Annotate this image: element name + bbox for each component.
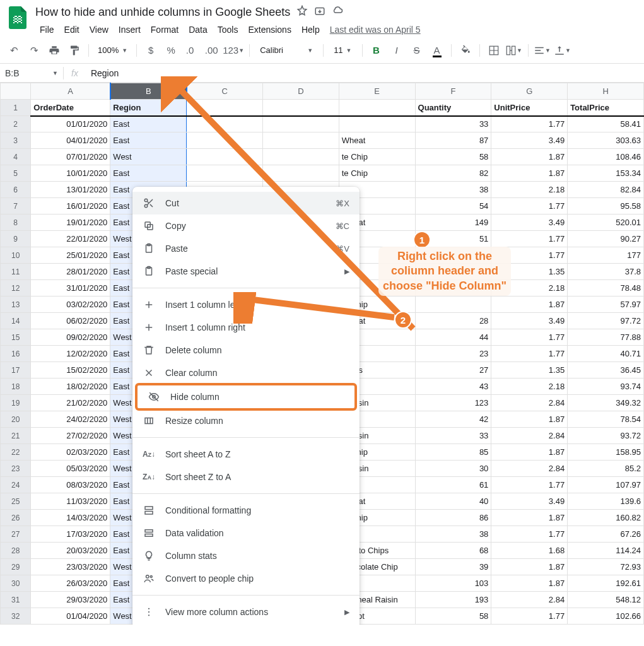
cell[interactable]: 28/01/2020: [31, 264, 110, 280]
row-header[interactable]: 10: [1, 247, 31, 264]
cell[interactable]: 1.77: [491, 346, 568, 362]
align-button[interactable]: ▼: [534, 42, 551, 59]
cell[interactable]: 68: [415, 543, 491, 559]
row-header[interactable]: 13: [1, 297, 31, 313]
cell[interactable]: 16/01/2020: [31, 198, 110, 214]
column-header-C[interactable]: C: [187, 83, 263, 100]
cell[interactable]: 13/01/2020: [31, 182, 110, 198]
menu-tools[interactable]: Tools: [213, 22, 243, 37]
cell[interactable]: [339, 116, 415, 132]
cell[interactable]: 520.01: [568, 214, 644, 231]
cell[interactable]: 18/02/2020: [31, 379, 110, 395]
valign-button[interactable]: ▼: [554, 42, 571, 59]
cell[interactable]: 95.58: [568, 198, 644, 214]
cell[interactable]: 38: [415, 182, 491, 198]
ctx-view-more-column-actions[interactable]: View more column actions▶: [132, 601, 360, 623]
cell[interactable]: [262, 149, 339, 165]
cell[interactable]: 303.63: [568, 132, 644, 149]
ctx-delete-column[interactable]: Delete column: [132, 339, 360, 361]
cell[interactable]: 01/01/2020: [31, 116, 110, 132]
cell[interactable]: 90.27: [568, 231, 644, 247]
cell[interactable]: West: [110, 149, 187, 165]
ctx-hide-column[interactable]: Hide column: [135, 383, 357, 411]
cell[interactable]: 21/02/2020: [31, 395, 110, 411]
cell[interactable]: 54: [415, 198, 491, 214]
cell[interactable]: 2.84: [491, 395, 568, 411]
row-header[interactable]: 9: [1, 231, 31, 247]
bold-button[interactable]: B: [368, 42, 385, 59]
cell[interactable]: 12/02/2020: [31, 346, 110, 362]
cell[interactable]: Wheat: [339, 132, 415, 149]
cloud-icon[interactable]: [332, 5, 343, 20]
row-header[interactable]: 24: [1, 477, 31, 493]
cell[interactable]: 1.77: [491, 608, 568, 625]
cell[interactable]: 04/01/2020: [31, 132, 110, 149]
cell[interactable]: [262, 100, 339, 116]
cell[interactable]: 19/01/2020: [31, 214, 110, 231]
cell[interactable]: 1.87: [491, 575, 568, 592]
cell[interactable]: 58: [415, 149, 491, 165]
cell[interactable]: 107.97: [568, 477, 644, 493]
select-all-corner[interactable]: [1, 83, 31, 100]
ctx-sort-sheet-z-to-a[interactable]: ZA↓Sort sheet Z to A: [132, 466, 360, 488]
cell[interactable]: [187, 132, 263, 149]
cell[interactable]: Quantity: [415, 100, 491, 116]
undo-button[interactable]: ↶: [5, 42, 23, 59]
cell[interactable]: [187, 165, 263, 182]
cell[interactable]: 1.87: [491, 510, 568, 526]
row-header[interactable]: 30: [1, 575, 31, 592]
cell[interactable]: 08/03/2020: [31, 477, 110, 493]
text-color-button[interactable]: A: [428, 42, 446, 59]
cell[interactable]: 23: [415, 346, 491, 362]
cell[interactable]: 40: [415, 493, 491, 510]
cell[interactable]: 23/03/2020: [31, 559, 110, 575]
cell[interactable]: 37.8: [568, 264, 644, 280]
cell[interactable]: 1.77: [491, 477, 568, 493]
cell[interactable]: 33: [415, 116, 491, 132]
sheets-logo-icon[interactable]: [5, 5, 30, 30]
cell[interactable]: 38: [415, 526, 491, 543]
column-header-G[interactable]: G: [491, 83, 568, 100]
row-header[interactable]: 25: [1, 493, 31, 510]
cell[interactable]: 43: [415, 379, 491, 395]
menu-extensions[interactable]: Extensions: [243, 22, 295, 37]
font-size-dropdown[interactable]: 11▼: [329, 45, 356, 55]
cell[interactable]: 1.87: [491, 165, 568, 182]
cell[interactable]: 2.18: [491, 379, 568, 395]
cell[interactable]: 1.87: [491, 149, 568, 165]
column-header-E[interactable]: E: [339, 83, 415, 100]
cell[interactable]: 192.61: [568, 575, 644, 592]
ctx-paste[interactable]: Paste⌘V: [132, 237, 360, 260]
cell[interactable]: 153.34: [568, 165, 644, 182]
cell[interactable]: 01/04/2020: [31, 608, 110, 625]
italic-button[interactable]: I: [388, 42, 406, 59]
column-header-A[interactable]: A: [31, 83, 110, 100]
cell[interactable]: 20/03/2020: [31, 543, 110, 559]
cell[interactable]: 40.71: [568, 346, 644, 362]
cell[interactable]: 29/03/2020: [31, 592, 110, 608]
cell[interactable]: 1.87: [491, 559, 568, 575]
cell[interactable]: 2.84: [491, 461, 568, 477]
cell[interactable]: 3.49: [491, 313, 568, 329]
cell[interactable]: East: [110, 132, 187, 149]
cell[interactable]: 3.49: [491, 214, 568, 231]
cell[interactable]: 02/03/2020: [31, 444, 110, 461]
cell[interactable]: 78.54: [568, 411, 644, 428]
row-header[interactable]: 8: [1, 214, 31, 231]
menu-view[interactable]: View: [85, 22, 113, 37]
ctx-clear-column[interactable]: Clear column: [132, 361, 360, 384]
cell[interactable]: 193: [415, 592, 491, 608]
ctx-insert-1-column-right[interactable]: Insert 1 column right: [132, 316, 360, 339]
cell[interactable]: [262, 116, 339, 132]
cell[interactable]: 67.26: [568, 526, 644, 543]
last-edit-link[interactable]: Last edit was on April 5: [325, 22, 425, 37]
ctx-insert-1-column-left[interactable]: Insert 1 column left: [132, 293, 360, 316]
cell[interactable]: 123: [415, 395, 491, 411]
row-header[interactable]: 2: [1, 116, 31, 132]
row-header[interactable]: 11: [1, 264, 31, 280]
ctx-cut[interactable]: Cut⌘X: [132, 192, 360, 214]
cell[interactable]: [187, 149, 263, 165]
cell[interactable]: 36.45: [568, 362, 644, 379]
cell[interactable]: 57.97: [568, 297, 644, 313]
row-header[interactable]: 17: [1, 362, 31, 379]
